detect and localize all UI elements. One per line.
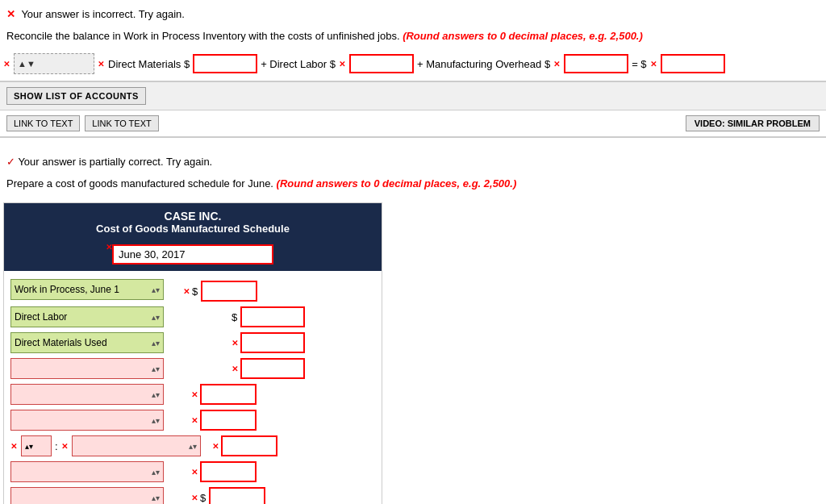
costs-job-dropdown[interactable]: ▲▼ bbox=[14, 53, 94, 74]
partial-icon: ✓ bbox=[6, 156, 15, 168]
direct-materials-input[interactable] bbox=[193, 54, 257, 73]
row7-dropdown-wide[interactable]: ▴▾ bbox=[72, 435, 201, 456]
row8-error-x: ✕ bbox=[191, 468, 198, 477]
row9-error-x: ✕ bbox=[191, 494, 198, 502]
error-x2: ✕ bbox=[98, 60, 104, 69]
incorrect-text: Your answer is incorrect. Try again. bbox=[21, 8, 185, 20]
dmu-value-input[interactable] bbox=[240, 332, 305, 353]
row6-value-input[interactable] bbox=[200, 410, 257, 431]
schedule-row-8: ▴▾ ✕ bbox=[10, 461, 375, 482]
error-x5: ✕ bbox=[650, 60, 657, 69]
schedule-container: CASE INC. Cost of Goods Manufactured Sch… bbox=[3, 202, 382, 504]
mfg-overhead-input[interactable] bbox=[564, 54, 628, 73]
row4-value-input[interactable] bbox=[240, 358, 305, 379]
row6-dropdown[interactable]: ▴▾ bbox=[10, 410, 164, 431]
wip-dropdown[interactable]: Work in Process, June 1 ▴▾ bbox=[10, 279, 164, 300]
date-error-x: ✕ bbox=[106, 243, 112, 252]
dmu-dropdown[interactable]: Direct Materials Used ▴▾ bbox=[10, 332, 164, 353]
row7-error-x3: ✕ bbox=[212, 442, 219, 451]
dmu-error-x: ✕ bbox=[232, 339, 238, 348]
schedule-row-7: ✕ ▴▾ : ✕ ▴▾ ✕ bbox=[10, 435, 375, 456]
mfg-overhead-label: + Manufacturing Overhead $ bbox=[417, 58, 550, 70]
instruction2: Prepare a cost of goods manufactured sch… bbox=[3, 173, 820, 194]
schedule-header: CASE INC. Cost of Goods Manufactured Sch… bbox=[4, 203, 382, 241]
link-to-text-button-1[interactable]: LINK TO TEXT bbox=[6, 115, 80, 131]
video-similar-problem-button[interactable]: VIDEO: SIMILAR PROBLEM bbox=[686, 115, 820, 131]
incorrect-icon: ✕ bbox=[6, 8, 15, 20]
schedule-row-dl: Direct Labor ▴▾ $ bbox=[10, 306, 375, 327]
schedule-body: Work in Process, June 1 ▴▾ ✕ $ Direct bbox=[4, 271, 382, 504]
wip-label: Work in Process, June 1 bbox=[15, 284, 119, 295]
row9-dropdown[interactable]: ▴▾ bbox=[10, 487, 164, 504]
toolbar-row: SHOW LIST OF ACCOUNTS bbox=[0, 81, 826, 110]
dl-value-input[interactable] bbox=[240, 306, 305, 327]
right-col-wip: ✕ $ bbox=[183, 277, 257, 302]
link-row: LINK TO TEXT LINK TO TEXT VIDEO: SIMILAR… bbox=[0, 110, 826, 138]
row9-value-input[interactable] bbox=[209, 487, 265, 504]
dmu-label: Direct Materials Used bbox=[15, 337, 107, 348]
wip-value-input[interactable] bbox=[201, 281, 257, 302]
partial-message: ✓ Your answer is partially correct. Try … bbox=[3, 151, 820, 173]
row7-error-x1: ✕ bbox=[10, 442, 17, 451]
schedule-row-wip: Work in Process, June 1 ▴▾ ✕ $ bbox=[10, 277, 375, 302]
row7-value-input[interactable] bbox=[221, 435, 277, 456]
link-to-text-button-2[interactable]: LINK TO TEXT bbox=[85, 115, 158, 131]
row6-error-x: ✕ bbox=[191, 416, 198, 425]
left-col-dl: Direct Labor ▴▾ bbox=[10, 306, 180, 327]
row7-error-x2: ✕ bbox=[61, 442, 68, 451]
company-name: CASE INC. bbox=[7, 210, 378, 223]
instruction1: Reconcile the balance in Work in Process… bbox=[3, 25, 820, 47]
row5-dropdown[interactable]: ▴▾ bbox=[10, 384, 164, 405]
schedule-row-4: ▴▾ ✕ bbox=[10, 358, 375, 379]
schedule-row-5: ▴▾ ✕ bbox=[10, 384, 375, 405]
schedule-date-row: ✕ June 30, 2017 bbox=[4, 241, 382, 271]
round-note1: (Round answers to 0 decimal places, e.g.… bbox=[403, 30, 643, 42]
partial-text: Your answer is partially correct. Try ag… bbox=[18, 156, 212, 168]
error-x3: ✕ bbox=[339, 60, 345, 69]
row8-value-input[interactable] bbox=[200, 461, 257, 482]
dl-arrow: ▴▾ bbox=[152, 313, 160, 322]
incorrect-message: ✕ Your answer is incorrect. Try again. bbox=[3, 3, 820, 25]
dl-dropdown[interactable]: Direct Labor ▴▾ bbox=[10, 306, 164, 327]
row7-dropdown-xs[interactable]: ▴▾ bbox=[21, 435, 52, 456]
left-col-dmu: Direct Materials Used ▴▾ bbox=[10, 332, 180, 353]
dl-label: Direct Labor bbox=[15, 311, 67, 323]
schedule-row-dmu: Direct Materials Used ▴▾ ✕ bbox=[10, 332, 375, 353]
error-x1: ✕ bbox=[3, 60, 10, 69]
section2: ✓ Your answer is partially correct. Try … bbox=[0, 148, 826, 504]
dmu-arrow: ▴▾ bbox=[152, 339, 160, 348]
schedule-row-9: ▴▾ ✕ $ bbox=[10, 487, 375, 504]
error-x4: ✕ bbox=[553, 60, 560, 69]
row5-error-x: ✕ bbox=[191, 390, 198, 399]
row5-value-input[interactable] bbox=[200, 384, 257, 405]
costs-row: ✕ ▲▼ ✕ Direct Materials $ + Direct Labor… bbox=[3, 53, 820, 74]
row4-dropdown[interactable]: ▴▾ bbox=[10, 358, 164, 379]
section1: ✕ Your answer is incorrect. Try again. R… bbox=[0, 0, 826, 81]
round-note2: (Round answers to 0 decimal places, e.g.… bbox=[277, 177, 517, 190]
direct-labor-label: + Direct Labor $ bbox=[261, 58, 336, 70]
wip-arrow: ▴▾ bbox=[152, 285, 160, 294]
show-accounts-button[interactable]: SHOW LIST OF ACCOUNTS bbox=[6, 87, 146, 105]
wip-error-x: ✕ bbox=[183, 287, 190, 296]
direct-labor-input[interactable] bbox=[349, 54, 414, 73]
row8-dropdown[interactable]: ▴▾ bbox=[10, 461, 164, 482]
direct-materials-label: Direct Materials $ bbox=[108, 58, 190, 70]
row4-error-x: ✕ bbox=[232, 364, 238, 373]
schedule-row-6: ▴▾ ✕ bbox=[10, 410, 375, 431]
total-input[interactable] bbox=[661, 54, 725, 73]
schedule-title: Cost of Goods Manufactured Schedule bbox=[7, 223, 378, 235]
date-select[interactable]: June 30, 2017 bbox=[112, 244, 273, 264]
equals-label: = $ bbox=[632, 58, 646, 70]
left-col-wip: Work in Process, June 1 ▴▾ bbox=[10, 279, 180, 300]
